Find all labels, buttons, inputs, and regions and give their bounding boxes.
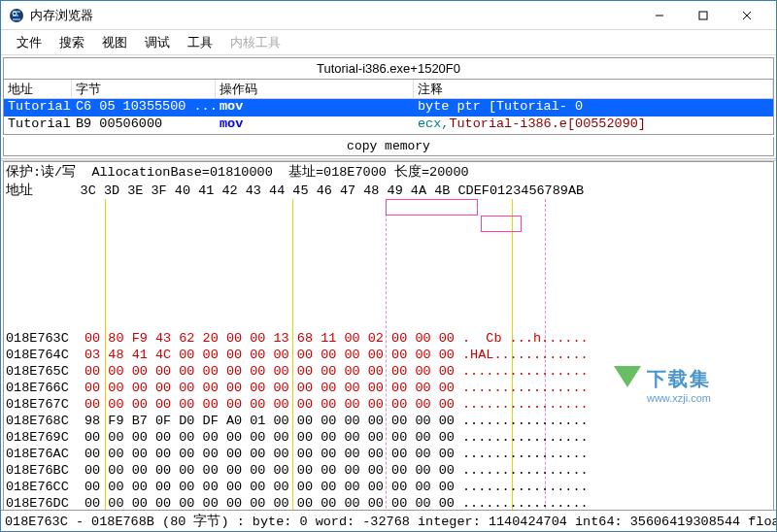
- status-bar: 018E763C - 018E768B (80 字节) : byte: 0 wo…: [1, 510, 776, 531]
- hex-row[interactable]: 018E769C 00 00 00 00 00 00 00 00 00 00 0…: [6, 429, 771, 446]
- menubar: 文件 搜索 视图 调试 工具 内核工具: [1, 30, 776, 55]
- col-addr[interactable]: 地址: [4, 80, 72, 98]
- address-bar[interactable]: Tutorial-i386.exe+1520F0: [4, 58, 773, 80]
- disasm-rows[interactable]: Tutorial-i38C6 05 10355500 ...movbyte pt…: [4, 99, 773, 134]
- menu-view[interactable]: 视图: [94, 31, 135, 54]
- hex-header: 地址 3C 3D 3E 3F 40 41 42 43 44 45 46 47 4…: [4, 182, 773, 199]
- titlebar: 内存浏览器: [1, 1, 776, 30]
- hex-info: 保护:读/写 AllocationBase=01810000 基址=018E70…: [4, 162, 773, 182]
- window-title: 内存浏览器: [30, 7, 637, 24]
- hex-row[interactable]: 018E76CC 00 00 00 00 00 00 00 00 00 00 0…: [6, 479, 771, 495]
- hex-row[interactable]: 018E766C 00 00 00 00 00 00 00 00 00 00 0…: [6, 380, 771, 396]
- menu-file[interactable]: 文件: [9, 31, 50, 54]
- menu-tools[interactable]: 工具: [180, 31, 220, 54]
- hex-pane: 保护:读/写 AllocationBase=01810000 基址=018E70…: [3, 161, 774, 532]
- menu-search[interactable]: 搜索: [51, 31, 92, 54]
- col-note[interactable]: 注释: [414, 80, 773, 98]
- minimize-button[interactable]: [637, 1, 681, 30]
- app-icon: [9, 8, 24, 23]
- svg-rect-3: [699, 12, 707, 19]
- disasm-row[interactable]: Tutorial-i38B9 00506000movecx,Tutorial-i…: [4, 116, 773, 134]
- disasm-row[interactable]: Tutorial-i38C6 05 10355500 ...movbyte pt…: [4, 99, 773, 116]
- col-bytes[interactable]: 字节: [72, 80, 216, 98]
- copy-memory-button[interactable]: copy memory: [3, 137, 774, 156]
- menu-kernel[interactable]: 内核工具: [222, 31, 288, 54]
- hex-row[interactable]: 018E763C 00 80 F9 43 62 20 00 00 13 68 1…: [6, 330, 771, 347]
- menu-debug[interactable]: 调试: [137, 31, 178, 54]
- hex-rows[interactable]: 018E763C 00 80 F9 43 62 20 00 00 13 68 1…: [4, 199, 773, 532]
- hex-row[interactable]: 018E765C 00 00 00 00 00 00 00 00 00 00 0…: [6, 363, 771, 380]
- disasm-pane: Tutorial-i386.exe+1520F0 地址 字节 操作码 注释 Tu…: [1, 55, 776, 137]
- hex-row[interactable]: 018E76BC 00 00 00 00 00 00 00 00 00 00 0…: [6, 462, 771, 479]
- hex-row[interactable]: 018E768C 98 F9 B7 0F D0 DF A0 01 00 00 0…: [6, 413, 771, 429]
- disasm-header: 地址 字节 操作码 注释: [4, 80, 773, 99]
- hex-row[interactable]: 018E764C 03 48 41 4C 00 00 00 00 00 00 0…: [6, 347, 771, 363]
- close-button[interactable]: [725, 1, 768, 30]
- col-op[interactable]: 操作码: [216, 80, 414, 98]
- hex-row[interactable]: 018E76AC 00 00 00 00 00 00 00 00 00 00 0…: [6, 446, 771, 462]
- window-controls: [637, 1, 768, 30]
- hex-row[interactable]: 018E767C 00 00 00 00 00 00 00 00 00 00 0…: [6, 396, 771, 413]
- maximize-button[interactable]: [681, 1, 725, 30]
